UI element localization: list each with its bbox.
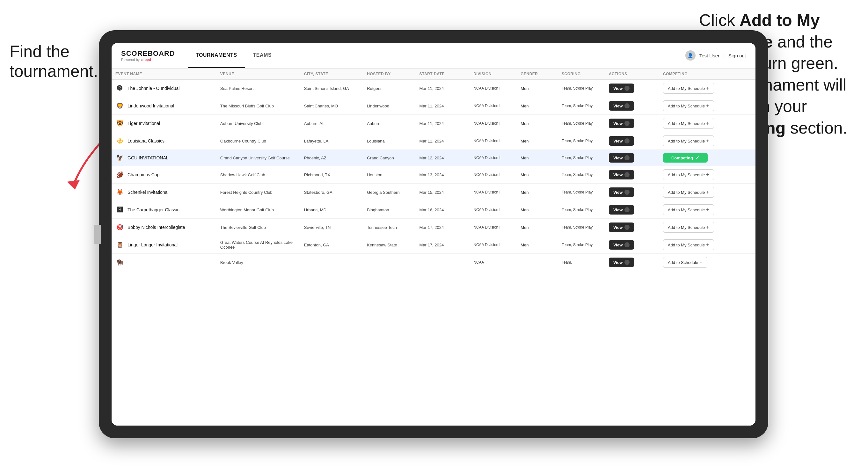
- start-date-cell: Mar 11, 2024: [416, 97, 470, 115]
- info-icon: i: [624, 103, 629, 108]
- team-logo: 🏈: [115, 170, 124, 179]
- info-icon: i: [624, 242, 629, 247]
- event-name-cell: 🏈 Champions Cup: [115, 170, 213, 179]
- start-date-cell: [416, 254, 470, 271]
- plus-icon: +: [706, 207, 709, 213]
- gender-cell: Men: [517, 97, 558, 115]
- start-date-cell: Mar 15, 2024: [416, 184, 470, 201]
- start-date-cell: Mar 13, 2024: [416, 166, 470, 184]
- team-logo: 🅡: [115, 84, 124, 93]
- event-name-cell: 🐯 Tiger Invitational: [115, 119, 213, 128]
- start-date-cell: Mar 11, 2024: [416, 132, 470, 150]
- view-button[interactable]: View i: [609, 84, 634, 93]
- division-cell: NCAA: [469, 254, 517, 271]
- table-body: 🅡 The Johnnie - O Individual Sea Palms R…: [112, 80, 755, 271]
- add-to-schedule-button[interactable]: Add to My Schedule +: [663, 204, 714, 215]
- table-row: 🏈 Champions Cup Shadow Hawk Golf ClubRic…: [112, 166, 755, 184]
- hosted-by-cell: Tennessee Tech: [363, 219, 415, 236]
- user-name: Test User: [700, 53, 719, 58]
- team-logo: 🅱: [115, 205, 124, 214]
- venue-cell: Shadow Hawk Golf Club: [216, 166, 300, 184]
- col-header-competing: COMPETING: [659, 68, 755, 80]
- city-cell: [300, 254, 363, 271]
- plus-icon: +: [706, 172, 709, 178]
- view-button[interactable]: View i: [609, 257, 634, 267]
- checkmark-icon: ✓: [695, 155, 700, 160]
- add-to-schedule-button[interactable]: Add to My Schedule +: [663, 187, 714, 198]
- start-date-cell: Mar 12, 2024: [416, 150, 470, 166]
- col-header-division: DIVISION: [469, 68, 517, 80]
- view-button[interactable]: View i: [609, 101, 634, 111]
- event-name-cell: 🦬: [115, 258, 213, 267]
- team-logo: 🦬: [115, 258, 124, 267]
- view-button[interactable]: View i: [609, 119, 634, 128]
- info-icon: i: [624, 207, 629, 212]
- add-to-schedule-button[interactable]: Add to My Schedule +: [663, 135, 714, 146]
- user-avatar: 👤: [685, 50, 695, 61]
- table-header: EVENT NAME VENUE CITY, STATE HOSTED BY S…: [112, 68, 755, 80]
- event-name-cell: 🅡 The Johnnie - O Individual: [115, 84, 213, 93]
- city-cell: Eatonton, GA: [300, 236, 363, 254]
- city-cell: Phoenix, AZ: [300, 150, 363, 166]
- add-to-schedule-button[interactable]: Add to My Schedule +: [663, 222, 714, 233]
- table-row: 🎯 Bobby Nichols Intercollegiate The Sevi…: [112, 219, 755, 236]
- city-cell: Urbana, MD: [300, 201, 363, 219]
- add-to-schedule-button[interactable]: Add to My Schedule +: [663, 240, 714, 250]
- actions-cell: View i: [605, 236, 659, 254]
- view-button[interactable]: View i: [609, 153, 634, 162]
- actions-cell: View i: [605, 166, 659, 184]
- plus-icon: +: [706, 86, 709, 91]
- team-logo: 🦁: [115, 101, 124, 110]
- competing-cell: Add to My Schedule +: [659, 236, 755, 254]
- table-row: ⚜️ Louisiana Classics Oakbourne Country …: [112, 132, 755, 150]
- view-button[interactable]: View i: [609, 222, 634, 232]
- event-name-text: Schenkel Invitational: [127, 190, 168, 195]
- info-icon: i: [624, 138, 629, 144]
- start-date-cell: Mar 16, 2024: [416, 201, 470, 219]
- actions-cell: View i: [605, 115, 659, 132]
- team-logo: ⚜️: [115, 136, 124, 145]
- competing-cell: Add to My Schedule +: [659, 184, 755, 201]
- add-to-schedule-button[interactable]: Add to My Schedule +: [663, 100, 714, 111]
- event-name-text: Champions Cup: [127, 172, 159, 177]
- add-to-schedule-button[interactable]: Add to My Schedule +: [663, 169, 714, 180]
- scoring-cell: Team, Stroke Play: [558, 219, 605, 236]
- add-to-schedule-button[interactable]: Add to Schedule +: [663, 257, 707, 268]
- event-name-text: Linger Longer Invitational: [127, 242, 178, 247]
- tab-tournaments[interactable]: TOURNAMENTS: [188, 43, 245, 68]
- sign-out-link[interactable]: Sign out: [728, 53, 746, 58]
- hosted-by-cell: Lindenwood: [363, 97, 415, 115]
- event-name-text: GCU INVITATIONAL: [127, 155, 168, 160]
- competing-cell: Add to Schedule +: [659, 254, 755, 271]
- event-name-cell: 🦉 Linger Longer Invitational: [115, 240, 213, 249]
- start-date-cell: Mar 17, 2024: [416, 219, 470, 236]
- actions-cell: View i: [605, 219, 659, 236]
- table-row: 🅱 The Carpetbagger Classic Worthington M…: [112, 201, 755, 219]
- view-button[interactable]: View i: [609, 240, 634, 250]
- view-button[interactable]: View i: [609, 205, 634, 215]
- actions-cell: View i: [605, 80, 659, 97]
- col-header-scoring: SCORING: [558, 68, 605, 80]
- scoring-cell: Team, Stroke Play: [558, 132, 605, 150]
- view-button[interactable]: View i: [609, 187, 634, 197]
- competing-button[interactable]: Competing ✓: [663, 153, 708, 162]
- annotation-left: Find thetournament.: [9, 41, 112, 81]
- hosted-by-cell: Kennesaw State: [363, 236, 415, 254]
- hosted-by-cell: Rutgers: [363, 80, 415, 97]
- division-cell: NCAA Division I: [469, 201, 517, 219]
- tablet-side-button: [94, 225, 101, 244]
- table-row: 🦊 Schenkel Invitational Forest Heights C…: [112, 184, 755, 201]
- view-button[interactable]: View i: [609, 170, 634, 180]
- scoring-cell: Team, Stroke Play: [558, 201, 605, 219]
- add-to-schedule-button[interactable]: Add to My Schedule +: [663, 118, 714, 129]
- venue-cell: Oakbourne Country Club: [216, 132, 300, 150]
- nav-tabs: TOURNAMENTS TEAMS: [188, 43, 685, 68]
- team-logo: 🎯: [115, 223, 124, 232]
- view-button[interactable]: View i: [609, 136, 634, 146]
- hosted-by-cell: Georgia Southern: [363, 184, 415, 201]
- tab-teams[interactable]: TEAMS: [245, 43, 280, 68]
- event-name-text: The Johnnie - O Individual: [127, 86, 180, 91]
- add-to-schedule-button[interactable]: Add to My Schedule +: [663, 83, 714, 94]
- event-name-cell: ⚜️ Louisiana Classics: [115, 136, 213, 145]
- svg-marker-0: [67, 180, 80, 190]
